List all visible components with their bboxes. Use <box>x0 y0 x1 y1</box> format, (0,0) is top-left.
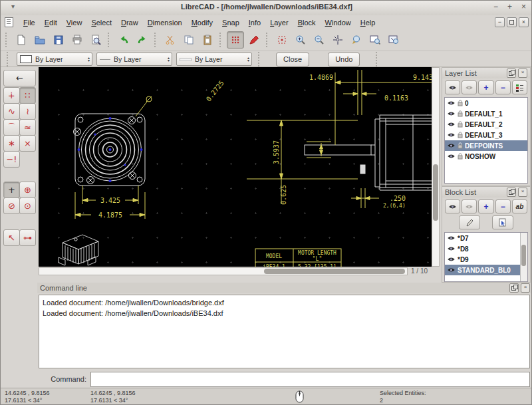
layer-row-default1[interactable]: DEFAULT_1 <box>445 108 527 119</box>
tool-relative-zero-b-button[interactable]: ⊙ <box>19 198 36 214</box>
mdi-minimize-button[interactable]: − <box>495 17 505 27</box>
copy-button[interactable] <box>180 31 198 49</box>
mdi-restore-button[interactable] <box>507 17 517 27</box>
tool-snap-center-button[interactable]: ⌒ <box>3 119 20 136</box>
drawing-canvas[interactable]: 3.425 4.1875 0.2725 <box>39 67 432 267</box>
menu-layer[interactable]: Layer <box>265 17 293 28</box>
pen-linetype-select[interactable]: By Layer ▴▾ <box>176 53 252 66</box>
canvas-vertical-scrollbar[interactable] <box>432 67 440 267</box>
dock-close-button[interactable]: × <box>518 68 527 78</box>
tool-tag-entity-button[interactable]: ⊶ <box>19 229 36 246</box>
zoom-previous-button[interactable] <box>348 31 365 49</box>
block-list-scrollbar[interactable] <box>520 233 527 281</box>
zoom-auto-button[interactable] <box>329 31 346 49</box>
menu-file[interactable]: File <box>19 17 40 28</box>
command-output[interactable]: Loaded document: /home/jlwallen/Download… <box>39 295 530 368</box>
menu-modify[interactable]: Modify <box>187 17 217 28</box>
layer-attributes-button[interactable] <box>512 80 527 94</box>
close-button[interactable]: × <box>521 2 526 11</box>
menu-edit[interactable]: Edit <box>40 17 62 28</box>
add-block-button[interactable]: + <box>478 200 493 213</box>
tool-snap-distance-button[interactable]: ∗ <box>3 135 20 152</box>
scrollbar-thumb[interactable] <box>433 164 438 221</box>
dock-close-button[interactable]: × <box>521 283 530 293</box>
print-preview-button[interactable] <box>87 31 104 49</box>
zoom-window-button[interactable] <box>366 31 384 49</box>
command-line-title-bar[interactable]: Command line × <box>37 283 532 293</box>
paste-button[interactable] <box>199 31 216 49</box>
undock-button[interactable] <box>507 188 516 197</box>
cut-button[interactable] <box>162 31 179 49</box>
dock-close-button[interactable]: × <box>518 188 527 197</box>
new-document-button[interactable] <box>13 31 30 49</box>
undo-action-button[interactable]: Undo <box>328 53 360 67</box>
maximize-button[interactable]: + <box>507 2 512 11</box>
layer-list-title-bar[interactable]: Layer List × <box>442 68 530 78</box>
toolbar-handle[interactable] <box>7 52 11 67</box>
spin-down-icon[interactable]: ▾ <box>168 59 170 62</box>
mdi-close-button[interactable]: × <box>519 17 529 27</box>
command-input[interactable] <box>90 372 530 387</box>
block-row-standard[interactable]: STANDARD_BL0 <box>445 265 527 275</box>
tool-back-button[interactable]: ← <box>3 70 36 86</box>
remove-block-button[interactable]: − <box>495 200 511 213</box>
title-bar[interactable]: ▾ LibreCAD - [/home/jlwallen/Downloads/i… <box>1 1 532 16</box>
show-all-blocks-button[interactable] <box>445 200 460 213</box>
layer-row-defpoints[interactable]: DEFPOINTS <box>445 140 527 151</box>
layer-row-0[interactable]: 0 <box>445 98 527 108</box>
print-button[interactable] <box>68 31 86 49</box>
menu-draw[interactable]: Draw <box>116 17 143 28</box>
menu-snap[interactable]: Snap <box>217 17 244 28</box>
spin-down-icon[interactable]: ▾ <box>247 59 249 62</box>
menu-dimension[interactable]: Dimension <box>143 17 187 28</box>
add-layer-button[interactable]: + <box>478 80 493 94</box>
block-row-d7[interactable]: *D7 <box>445 233 527 243</box>
snap-entity-button[interactable] <box>273 31 291 49</box>
tool-relative-zero-a-button[interactable]: ⊘ <box>3 198 20 214</box>
hide-all-blocks-button[interactable] <box>462 200 477 213</box>
pen-color-select[interactable]: By Layer ▴▾ <box>17 53 92 66</box>
tool-snap-intersection-button[interactable]: × <box>19 135 36 152</box>
hide-all-layers-button[interactable] <box>462 80 477 94</box>
close-action-button[interactable]: Close <box>276 53 309 67</box>
tool-snap-on-entity-button[interactable]: ≀ <box>19 103 36 120</box>
scrollbar-thumb[interactable] <box>264 269 405 274</box>
spin-down-icon[interactable]: ▾ <box>88 59 90 62</box>
insert-block-button[interactable] <box>492 215 513 229</box>
tool-set-relative-zero-button[interactable]: + <box>3 182 20 198</box>
block-list-title-bar[interactable]: Block List × <box>442 187 530 198</box>
minimize-button[interactable]: − <box>493 2 498 11</box>
tool-snap-endpoint-button[interactable]: ∿ <box>3 103 20 120</box>
pen-width-select[interactable]: By Layer ▴▾ <box>96 53 172 66</box>
tool-snap-free-button[interactable]: ∔ <box>3 87 20 104</box>
canvas-horizontal-scrollbar[interactable] <box>39 267 408 275</box>
show-all-layers-button[interactable] <box>445 80 460 94</box>
menu-block[interactable]: Block <box>293 17 321 28</box>
undo-button[interactable] <box>115 31 132 49</box>
menu-help[interactable]: Help <box>356 17 380 28</box>
layer-row-default2[interactable]: DEFAULT_2 <box>445 119 527 130</box>
remove-layer-button[interactable]: − <box>495 80 511 94</box>
zoom-in-button[interactable] <box>292 31 309 49</box>
layer-row-noshow[interactable]: NOSHOW <box>445 151 527 162</box>
layer-row-default3[interactable]: DEFAULT_3 <box>445 130 527 140</box>
draft-pen-button[interactable] <box>245 31 263 49</box>
block-row-d8[interactable]: *D8 <box>445 243 527 254</box>
menu-view[interactable]: View <box>62 17 87 28</box>
open-document-button[interactable] <box>31 31 49 49</box>
grid-toggle-button[interactable] <box>227 31 244 49</box>
menu-select[interactable]: Select <box>86 17 116 28</box>
undock-button[interactable] <box>507 68 516 78</box>
tool-restrict-nothing-button[interactable]: −! <box>3 151 20 168</box>
redo-button[interactable] <box>134 31 151 49</box>
tool-snap-grid-button[interactable]: ∷ <box>19 87 36 104</box>
undock-button[interactable] <box>509 283 519 293</box>
save-document-button[interactable] <box>50 31 67 49</box>
zoom-out-button[interactable] <box>311 31 328 49</box>
tool-lock-relative-zero-button[interactable]: ⊕ <box>19 182 36 198</box>
menu-window[interactable]: Window <box>321 17 356 28</box>
menu-info[interactable]: Info <box>244 17 265 28</box>
toolbar-handle[interactable] <box>5 33 9 47</box>
edit-block-button[interactable] <box>459 215 480 229</box>
tool-select-entity-button[interactable]: ↖ <box>3 229 20 246</box>
